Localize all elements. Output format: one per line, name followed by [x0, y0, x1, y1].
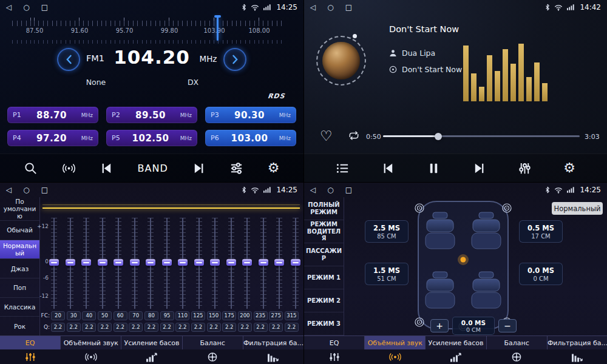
preset-button-p1[interactable]: P188.70MHz: [7, 107, 98, 123]
preset-button-p2[interactable]: P289.50MHz: [106, 107, 197, 123]
audio-settings-button[interactable]: [229, 161, 243, 175]
profile-button[interactable]: Нормальный: [552, 202, 603, 215]
eq-band-slider[interactable]: [260, 218, 266, 309]
preset-button-p5[interactable]: P5102.50MHz: [106, 130, 197, 146]
filter-tab-icon[interactable]: [243, 349, 304, 364]
listening-mode-item[interactable]: РЕЖИМ 3: [304, 312, 344, 335]
equalizer-button[interactable]: [518, 161, 532, 175]
eq-band-slider[interactable]: [228, 218, 234, 309]
surround-tab-icon[interactable]: [365, 349, 426, 364]
slider-knob[interactable]: [194, 259, 204, 266]
surround-tab-icon[interactable]: [61, 349, 121, 364]
tab-bass[interactable]: Усиление басов: [426, 336, 486, 349]
tab-eq[interactable]: EQ: [304, 336, 365, 349]
slider-knob[interactable]: [66, 259, 75, 266]
home-icon[interactable]: ○: [327, 186, 333, 194]
repeat-button[interactable]: [348, 130, 360, 143]
delay-increase-button[interactable]: +: [430, 319, 449, 332]
listening-mode-item[interactable]: ПАССАЖИР: [304, 243, 344, 266]
slider-knob[interactable]: [162, 259, 172, 266]
slider-knob[interactable]: [259, 259, 268, 266]
eq-band-slider[interactable]: [67, 218, 73, 309]
scan-button[interactable]: [24, 161, 38, 175]
frequency-scale[interactable]: 87.5091.6095.7099.80103.90108.00: [0, 16, 304, 45]
delay-rear-left[interactable]: 1.5 MS 51 CM: [365, 263, 409, 285]
slider-knob[interactable]: [291, 259, 300, 266]
listening-mode-item[interactable]: РЕЖИМ ВОДИТЕЛЯ: [304, 220, 344, 243]
slider-knob[interactable]: [98, 259, 107, 266]
eq-band-slider[interactable]: [51, 218, 57, 309]
eq-band-slider[interactable]: [148, 218, 154, 309]
delay-front-right[interactable]: 0.5 MS 17 CM: [519, 220, 563, 243]
settings-gear-icon[interactable]: ⚙: [268, 161, 280, 175]
eq-band-slider[interactable]: [100, 218, 106, 309]
slider-knob[interactable]: [242, 259, 252, 266]
next-station-button[interactable]: [192, 161, 206, 175]
eq-band-slider[interactable]: [244, 218, 250, 309]
tab-surround[interactable]: Объёмный звук: [61, 336, 121, 349]
slider-knob[interactable]: [81, 259, 91, 266]
settings-gear-icon[interactable]: ⚙: [563, 161, 575, 175]
eq-band-slider[interactable]: [212, 218, 218, 309]
delay-decrease-button[interactable]: −: [498, 319, 517, 332]
seek-up-button[interactable]: [223, 48, 246, 71]
eq-band-slider[interactable]: [83, 218, 89, 309]
bass-tab-icon[interactable]: [121, 349, 182, 364]
eq-band-slider[interactable]: [276, 218, 282, 309]
recents-icon[interactable]: □: [345, 186, 352, 194]
slider-knob[interactable]: [226, 259, 236, 266]
listening-mode-item[interactable]: ПОЛНЫЙ РЕЖИМ: [304, 197, 344, 220]
eq-band-slider[interactable]: [293, 218, 299, 309]
recents-icon[interactable]: □: [345, 4, 352, 11]
slider-knob[interactable]: [114, 259, 123, 266]
slider-knob[interactable]: [210, 259, 220, 266]
eq-band-slider[interactable]: [180, 218, 186, 309]
recents-icon[interactable]: □: [41, 4, 48, 11]
eq-tab-icon[interactable]: [0, 349, 61, 364]
preset-button-p3[interactable]: P390.30MHz: [205, 107, 296, 123]
bass-tab-icon[interactable]: [426, 349, 486, 364]
preset-button-p6[interactable]: P6103.00MHz: [205, 130, 296, 146]
next-track-button[interactable]: [472, 161, 486, 175]
recents-icon[interactable]: □: [41, 186, 48, 194]
band-button[interactable]: BAND: [138, 163, 168, 174]
eq-preset-item[interactable]: Классика: [0, 298, 39, 317]
broadcast-button[interactable]: [62, 161, 76, 175]
slider-knob[interactable]: [49, 259, 59, 266]
previous-station-button[interactable]: [100, 161, 114, 175]
tab-filter[interactable]: Фильтрация ба...: [548, 336, 607, 349]
favorite-button[interactable]: ♡: [320, 128, 333, 144]
seek-down-button[interactable]: [57, 48, 80, 71]
tab-bass[interactable]: Усиление басов: [121, 336, 182, 349]
balance-tab-icon[interactable]: [486, 349, 547, 364]
back-icon[interactable]: ◁: [6, 186, 12, 194]
balance-tab-icon[interactable]: [182, 349, 243, 364]
back-icon[interactable]: ◁: [6, 4, 12, 11]
eq-preset-item[interactable]: Нормальный: [0, 240, 39, 260]
eq-band-slider[interactable]: [115, 218, 121, 309]
back-icon[interactable]: ◁: [310, 186, 316, 194]
slider-knob[interactable]: [146, 259, 155, 266]
eq-tab-icon[interactable]: [304, 349, 365, 364]
delay-front-left[interactable]: 2.5 MS 85 CM: [365, 220, 409, 243]
back-icon[interactable]: ◁: [310, 4, 316, 11]
eq-band-slider[interactable]: [196, 218, 202, 309]
pause-button[interactable]: [427, 161, 441, 175]
eq-preset-item[interactable]: По умолчанию: [0, 197, 39, 221]
progress-bar[interactable]: [383, 135, 580, 137]
listening-mode-item[interactable]: РЕЖИМ 2: [304, 289, 344, 312]
filter-tab-icon[interactable]: [547, 349, 607, 364]
preset-button-p4[interactable]: P497.20MHz: [7, 130, 98, 146]
tab-eq[interactable]: EQ: [0, 336, 61, 349]
slider-knob[interactable]: [274, 259, 284, 266]
listening-mode-item[interactable]: РЕЖИМ 1: [304, 266, 344, 289]
slider-knob[interactable]: [130, 259, 140, 266]
tab-balance[interactable]: Баланс: [487, 336, 548, 349]
eq-preset-item[interactable]: Рок: [0, 317, 39, 336]
eq-band-slider[interactable]: [132, 218, 138, 309]
playlist-button[interactable]: [336, 161, 350, 175]
progress-knob[interactable]: [435, 133, 442, 140]
tab-balance[interactable]: Баланс: [183, 336, 243, 349]
home-icon[interactable]: ○: [327, 4, 333, 11]
slider-knob[interactable]: [178, 259, 188, 266]
